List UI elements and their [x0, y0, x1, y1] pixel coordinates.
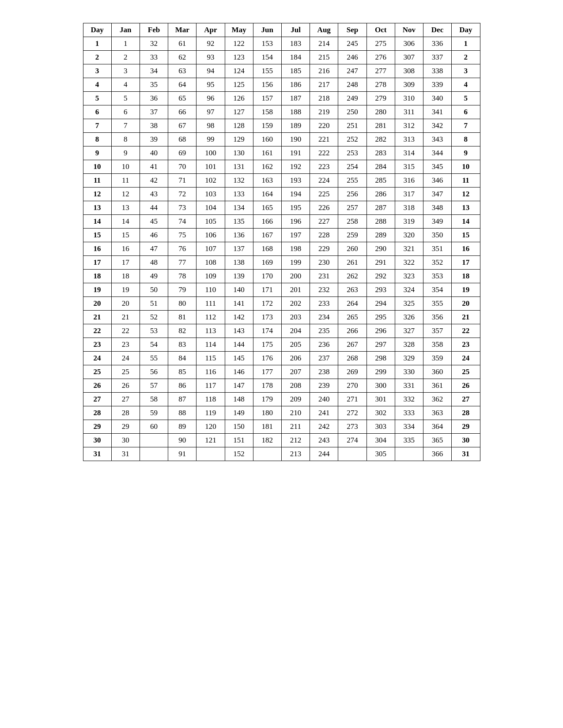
table-cell: 279	[367, 92, 395, 105]
table-cell: 239	[310, 379, 338, 393]
table-cell: 10	[111, 160, 140, 174]
table-cell: 246	[338, 51, 367, 64]
table-cell: 197	[281, 229, 310, 242]
table-cell: 114	[196, 338, 225, 352]
table-cell: 18	[111, 270, 140, 283]
table-cell: 251	[338, 119, 367, 133]
table-cell: 208	[281, 379, 310, 393]
table-cell	[140, 447, 168, 461]
table-cell: 141	[225, 297, 253, 311]
table-cell: 31	[452, 447, 480, 461]
table-cell: 70	[168, 160, 196, 174]
table-cell: 56	[140, 365, 168, 379]
table-cell: 1	[111, 37, 140, 51]
table-cell: 121	[196, 434, 225, 447]
table-cell: 343	[423, 133, 451, 146]
table-cell: 24	[111, 352, 140, 365]
table-cell: 18	[83, 270, 111, 283]
table-cell: 332	[395, 393, 423, 406]
column-header-nov: Nov	[395, 23, 423, 37]
table-cell: 33	[140, 51, 168, 64]
table-cell: 25	[111, 365, 140, 379]
table-cell: 74	[168, 215, 196, 229]
table-cell: 15	[83, 229, 111, 242]
table-cell: 12	[111, 188, 140, 201]
table-cell: 198	[281, 242, 310, 256]
table-cell: 94	[196, 64, 225, 78]
table-cell: 63	[168, 64, 196, 78]
table-cell: 306	[395, 37, 423, 51]
table-cell: 3	[452, 64, 480, 78]
table-cell: 329	[395, 352, 423, 365]
table-cell: 11	[111, 174, 140, 188]
table-cell: 276	[367, 51, 395, 64]
table-cell: 312	[395, 119, 423, 133]
table-cell: 103	[196, 188, 225, 201]
table-row: 1313447310413416519522625728731834813	[83, 201, 480, 215]
table-cell: 185	[281, 64, 310, 78]
table-row: 443564951251561862172482783093394	[83, 78, 480, 92]
table-cell: 89	[168, 420, 196, 434]
table-cell: 65	[168, 92, 196, 105]
table-cell: 196	[281, 215, 310, 229]
table-cell: 187	[281, 92, 310, 105]
table-cell: 245	[338, 37, 367, 51]
table-cell: 64	[168, 78, 196, 92]
table-cell: 164	[253, 188, 281, 201]
table-cell: 261	[338, 256, 367, 270]
table-cell: 240	[310, 393, 338, 406]
table-cell: 143	[225, 324, 253, 338]
table-cell: 21	[452, 311, 480, 324]
table-cell: 287	[367, 201, 395, 215]
table-cell: 3	[83, 64, 111, 78]
table-cell: 87	[168, 393, 196, 406]
table-cell: 365	[423, 434, 451, 447]
table-cell: 267	[338, 338, 367, 352]
table-cell: 249	[338, 92, 367, 105]
table-cell: 178	[253, 379, 281, 393]
table-cell: 280	[367, 105, 395, 119]
table-cell: 75	[168, 229, 196, 242]
table-cell: 213	[281, 447, 310, 461]
table-cell: 127	[225, 105, 253, 119]
table-cell: 191	[281, 146, 310, 160]
table-cell: 50	[140, 283, 168, 297]
table-cell: 98	[196, 119, 225, 133]
table-cell: 18	[452, 270, 480, 283]
table-cell: 107	[196, 242, 225, 256]
table-cell: 237	[310, 352, 338, 365]
table-cell: 264	[338, 297, 367, 311]
table-cell: 223	[310, 160, 338, 174]
column-header-day: Day	[83, 23, 111, 37]
table-cell: 169	[253, 256, 281, 270]
table-cell: 20	[111, 297, 140, 311]
table-cell: 248	[338, 78, 367, 92]
table-cell: 339	[423, 78, 451, 92]
column-header-mar: Mar	[168, 23, 196, 37]
table-cell: 23	[83, 338, 111, 352]
table-cell: 324	[395, 283, 423, 297]
table-cell: 296	[367, 324, 395, 338]
table-cell: 225	[310, 188, 338, 201]
page-container: DayJanFebMarAprMayJunJulAugSepOctNovDecD…	[83, 18, 480, 461]
table-row: 773867981281591892202512813123427	[83, 119, 480, 133]
table-cell: 9	[452, 146, 480, 160]
table-row: 883968991291601902212522823133438	[83, 133, 480, 146]
table-cell: 22	[83, 324, 111, 338]
table-cell: 28	[452, 406, 480, 420]
table-cell: 146	[225, 365, 253, 379]
table-cell: 40	[140, 146, 168, 160]
table-row: 553665961261571872182492793103405	[83, 92, 480, 105]
table-cell: 244	[310, 447, 338, 461]
table-cell: 15	[452, 229, 480, 242]
table-cell: 179	[253, 393, 281, 406]
table-cell: 262	[338, 270, 367, 283]
table-cell: 6	[452, 105, 480, 119]
column-header-sep: Sep	[338, 23, 367, 37]
table-cell: 340	[423, 92, 451, 105]
table-cell: 216	[310, 64, 338, 78]
table-cell: 14	[83, 215, 111, 229]
table-cell: 189	[281, 119, 310, 133]
table-cell: 22	[111, 324, 140, 338]
table-cell: 72	[168, 188, 196, 201]
